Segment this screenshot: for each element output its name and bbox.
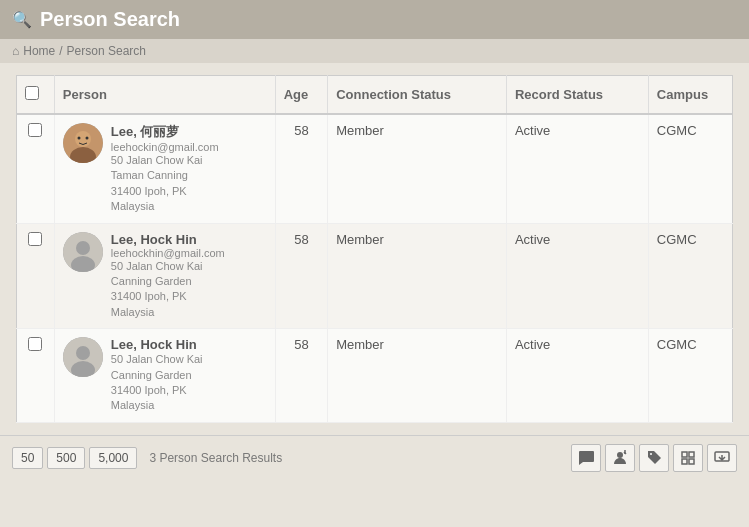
person-email: leehockhin@gmail.com xyxy=(111,247,225,259)
breadcrumb-home-link[interactable]: Home xyxy=(23,44,55,58)
column-header-age: Age xyxy=(275,76,328,115)
breadcrumb-separator: / xyxy=(59,44,62,58)
table-row: Lee, 何丽萝leehockin@gmail.com50 Jalan Chow… xyxy=(17,114,733,223)
breadcrumb: ⌂ Home / Person Search xyxy=(0,39,749,63)
row-checkbox-cell xyxy=(17,223,55,329)
avatar xyxy=(63,337,103,377)
table-row: Lee, Hock Hin50 Jalan Chow KaiCanning Ga… xyxy=(17,329,733,423)
row-checkbox-0[interactable] xyxy=(28,123,42,137)
page-title: Person Search xyxy=(40,8,180,31)
select-all-header[interactable] xyxy=(17,76,55,115)
page-size-500[interactable]: 500 xyxy=(47,447,85,469)
person-email: leehockin@gmail.com xyxy=(111,141,219,153)
svg-point-3 xyxy=(77,137,80,140)
table-row: Lee, Hock Hinleehockhin@gmail.com50 Jala… xyxy=(17,223,733,329)
person-action-button[interactable] xyxy=(605,444,635,472)
person-cell: Lee, Hock Hin50 Jalan Chow KaiCanning Ga… xyxy=(54,329,275,423)
campus: CGMC xyxy=(648,329,732,423)
search-icon: 🔍 xyxy=(12,10,32,29)
person-age: 58 xyxy=(275,329,328,423)
connection-status: Member xyxy=(328,329,507,423)
person-name: Lee, 何丽萝 xyxy=(111,123,219,141)
svg-point-9 xyxy=(76,346,90,360)
page-size-5000[interactable]: 5,000 xyxy=(89,447,137,469)
campus: CGMC xyxy=(648,114,732,223)
record-status: Active xyxy=(506,329,648,423)
column-header-connection-status: Connection Status xyxy=(328,76,507,115)
person-address: 50 Jalan Chow KaiCanning Garden31400 Ipo… xyxy=(111,259,225,321)
svg-rect-15 xyxy=(682,452,687,457)
campus: CGMC xyxy=(648,223,732,329)
svg-rect-18 xyxy=(689,459,694,464)
column-header-person: Person xyxy=(54,76,275,115)
person-age: 58 xyxy=(275,223,328,329)
record-status: Active xyxy=(506,114,648,223)
column-header-record-status: Record Status xyxy=(506,76,648,115)
row-checkbox-cell xyxy=(17,114,55,223)
svg-point-4 xyxy=(85,137,88,140)
row-checkbox-2[interactable] xyxy=(28,337,42,351)
breadcrumb-current: Person Search xyxy=(67,44,146,58)
person-cell: Lee, 何丽萝leehockin@gmail.com50 Jalan Chow… xyxy=(54,114,275,223)
connection-status: Member xyxy=(328,114,507,223)
home-icon: ⌂ xyxy=(12,44,19,58)
svg-rect-16 xyxy=(689,452,694,457)
person-table: Person Age Connection Status Record Stat… xyxy=(16,75,733,423)
person-name: Lee, Hock Hin xyxy=(111,232,225,247)
select-all-checkbox[interactable] xyxy=(25,86,39,100)
top-bar: 🔍 Person Search xyxy=(0,0,749,39)
avatar xyxy=(63,123,103,163)
footer-left: 50 500 5,000 3 Person Search Results xyxy=(12,447,282,469)
column-header-campus: Campus xyxy=(648,76,732,115)
grid-button[interactable] xyxy=(673,444,703,472)
row-checkbox-1[interactable] xyxy=(28,232,42,246)
comment-button[interactable] xyxy=(571,444,601,472)
table-body: Lee, 何丽萝leehockin@gmail.com50 Jalan Chow… xyxy=(17,114,733,422)
tag-button[interactable] xyxy=(639,444,669,472)
person-address: 50 Jalan Chow KaiCanning Garden31400 Ipo… xyxy=(111,352,203,414)
export-button[interactable] xyxy=(707,444,737,472)
record-status: Active xyxy=(506,223,648,329)
person-name: Lee, Hock Hin xyxy=(111,337,203,352)
person-cell: Lee, Hock Hinleehockhin@gmail.com50 Jala… xyxy=(54,223,275,329)
footer-bar: 50 500 5,000 3 Person Search Results xyxy=(0,435,749,480)
person-age: 58 xyxy=(275,114,328,223)
svg-point-11 xyxy=(617,452,623,458)
svg-point-14 xyxy=(650,453,652,455)
svg-rect-17 xyxy=(682,459,687,464)
row-checkbox-cell xyxy=(17,329,55,423)
page-size-50[interactable]: 50 xyxy=(12,447,43,469)
connection-status: Member xyxy=(328,223,507,329)
table-header-row: Person Age Connection Status Record Stat… xyxy=(17,76,733,115)
results-count: 3 Person Search Results xyxy=(149,451,282,465)
main-content: Person Age Connection Status Record Stat… xyxy=(0,63,749,435)
person-address: 50 Jalan Chow KaiTaman Canning31400 Ipoh… xyxy=(111,153,219,215)
avatar xyxy=(63,232,103,272)
svg-point-6 xyxy=(76,241,90,255)
footer-right xyxy=(571,444,737,472)
